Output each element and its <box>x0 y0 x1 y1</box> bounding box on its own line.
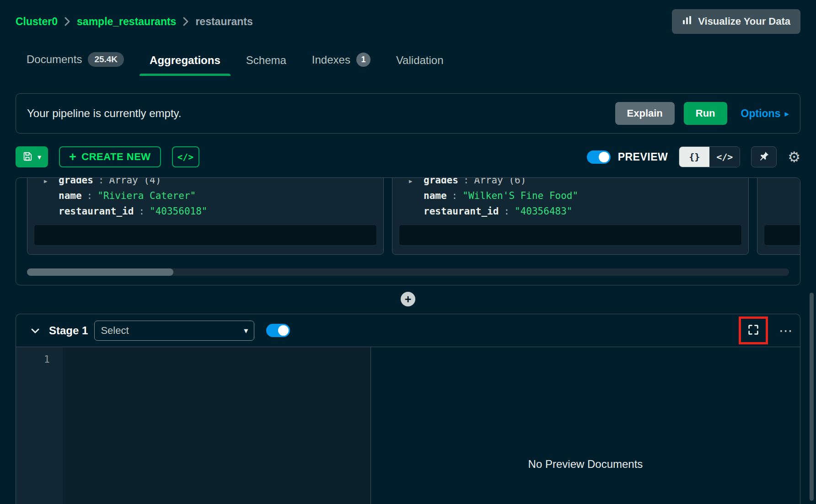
editor-code-area[interactable] <box>63 347 370 504</box>
field-colon: : <box>98 177 104 188</box>
document-view-button[interactable]: {} <box>679 147 709 167</box>
breadcrumb-cluster[interactable]: Cluster0 <box>16 16 58 28</box>
editor-line-number-gutter: 1 <box>16 347 63 504</box>
field-key: name <box>424 188 447 204</box>
pipeline-toolbar: ▾ + CREATE NEW </> PREVIEW {} </> <box>16 146 800 167</box>
pipeline-banner-actions: Explain Run Options ▸ <box>615 102 789 125</box>
run-button[interactable]: Run <box>684 102 727 125</box>
bar-chart-icon <box>682 15 692 28</box>
options-arrow-icon: ▸ <box>784 108 789 118</box>
output-view-segmented-control: {} </> <box>679 146 740 167</box>
next-document-clipped <box>399 225 742 246</box>
field-value: Array (6) <box>474 177 526 188</box>
pin-icon <box>759 151 769 163</box>
expand-stage-fullscreen-button[interactable] <box>747 323 760 338</box>
pin-results-button[interactable] <box>751 146 777 167</box>
field-name: name : "Wilken'S Fine Food" <box>409 188 748 204</box>
collection-tabs: Documents 25.4K Aggregations Schema Inde… <box>0 46 816 76</box>
tab-aggregations[interactable]: Aggregations <box>139 48 231 76</box>
document-fields: ▸ grades : Array (4) name : "Riviera Cat… <box>27 177 383 219</box>
save-icon <box>22 151 32 163</box>
document-fields <box>757 177 800 219</box>
field-key: restaurant_id <box>59 204 134 219</box>
field-value: "Riviera Caterer" <box>97 188 196 204</box>
document-fields: ▸ grades : Array (6) name : "Wilken'S Fi… <box>392 177 748 219</box>
next-document-clipped <box>34 225 377 246</box>
preview-toggle[interactable] <box>587 150 611 164</box>
stage-options-ellipsis-icon[interactable]: ⋯ <box>779 324 793 338</box>
visualize-your-data-button[interactable]: Visualize Your Data <box>672 9 800 34</box>
field-restaurant-id: restaurant_id : "40356483" <box>409 204 748 219</box>
field-grades: ▸ grades : Array (6) <box>409 177 748 188</box>
tab-validation[interactable]: Validation <box>385 48 455 76</box>
document-cards-row: ▸ grades : Array (4) name : "Riviera Cat… <box>27 177 789 255</box>
stage-1-panel: Stage 1 Select ▾ ⋯ 1 <box>16 314 800 504</box>
breadcrumb-database[interactable]: sample_restaurants <box>77 16 176 28</box>
field-restaurant-id: restaurant_id : "40356018" <box>44 204 383 219</box>
stage-code-editor: 1 <box>16 347 371 504</box>
expand-array-icon[interactable]: ▸ <box>409 177 424 189</box>
tab-documents-label: Documents <box>27 53 82 66</box>
pipeline-toolbar-right: PREVIEW {} </> ⚙ <box>587 146 800 167</box>
create-new-button[interactable]: + CREATE NEW <box>59 146 161 167</box>
pipeline-empty-message: Your pipeline is currently empty. <box>27 107 182 120</box>
settings-gear-icon[interactable]: ⚙ <box>788 150 800 164</box>
red-annotation-box <box>739 316 768 344</box>
fullscreen-expand-icon <box>747 323 760 338</box>
next-document-clipped <box>764 225 800 246</box>
add-stage-row: + <box>0 292 816 306</box>
field-colon: : <box>504 204 510 219</box>
field-key: restaurant_id <box>424 204 499 219</box>
aggregations-page: Cluster0 sample_restaurants restaurants … <box>0 0 816 504</box>
plus-icon: + <box>69 151 76 163</box>
breadcrumb-collection: restaurants <box>195 16 252 28</box>
page-vertical-scrollbar-thumb[interactable] <box>810 293 814 501</box>
documents-preview-panel: ▸ grades : Array (4) name : "Riviera Cat… <box>16 177 800 285</box>
documents-count-badge: 25.4K <box>88 52 124 67</box>
document-card-partial <box>757 177 800 255</box>
preview-toggle-label: PREVIEW <box>618 151 668 163</box>
stage-1-header: Stage 1 Select ▾ ⋯ <box>16 314 800 347</box>
field-line <box>774 204 800 219</box>
explain-button[interactable]: Explain <box>615 102 675 125</box>
stage-enabled-toggle[interactable] <box>266 324 290 337</box>
preview-horizontal-scrollbar[interactable] <box>27 268 789 276</box>
text-view-button[interactable]: </> <box>709 147 740 167</box>
breadcrumb-chevron-icon <box>64 16 70 27</box>
options-link[interactable]: Options ▸ <box>741 107 789 120</box>
visualize-your-data-label: Visualize Your Data <box>698 16 790 27</box>
field-colon: : <box>452 188 458 204</box>
pipeline-banner: Your pipeline is currently empty. Explai… <box>16 93 800 134</box>
code-icon: </> <box>177 152 194 162</box>
stage-operator-select-value: Select <box>101 325 129 337</box>
tab-indexes-label: Indexes <box>312 54 350 66</box>
tab-indexes[interactable]: Indexes 1 <box>301 46 381 76</box>
document-card: ▸ grades : Array (6) name : "Wilken'S Fi… <box>392 177 749 255</box>
options-label: Options <box>741 107 781 120</box>
save-pipeline-button[interactable]: ▾ <box>16 146 48 167</box>
line-number: 1 <box>44 354 50 365</box>
stage-title: Stage 1 <box>49 324 88 337</box>
field-colon: : <box>139 204 145 219</box>
expand-array-icon[interactable]: ▸ <box>44 177 59 189</box>
stage-operator-select[interactable]: Select ▾ <box>94 321 254 341</box>
code-icon: </> <box>716 151 733 162</box>
field-name: name : "Riviera Caterer" <box>44 188 383 204</box>
tab-schema[interactable]: Schema <box>235 48 297 76</box>
field-value: "40356018" <box>150 204 207 219</box>
add-stage-button[interactable]: + <box>401 292 415 306</box>
select-caret-down-icon: ▾ <box>244 326 248 335</box>
stage-preview-pane: No Preview Documents <box>371 347 800 504</box>
preview-horizontal-scrollbar-thumb[interactable] <box>27 268 173 276</box>
create-new-label: CREATE NEW <box>81 151 150 163</box>
collapse-stage-chevron-down-icon[interactable] <box>30 325 41 336</box>
field-key: name <box>59 188 82 204</box>
field-colon: : <box>87 188 93 204</box>
field-value: "Wilken'S Fine Food" <box>462 188 578 204</box>
stage-1-body: 1 No Preview Documents <box>16 347 800 504</box>
tab-documents[interactable]: Documents 25.4K <box>16 46 135 76</box>
field-colon: : <box>463 177 469 188</box>
field-value: "40356483" <box>515 204 572 219</box>
field-line <box>774 177 800 188</box>
pipeline-as-text-button[interactable]: </> <box>172 146 199 167</box>
